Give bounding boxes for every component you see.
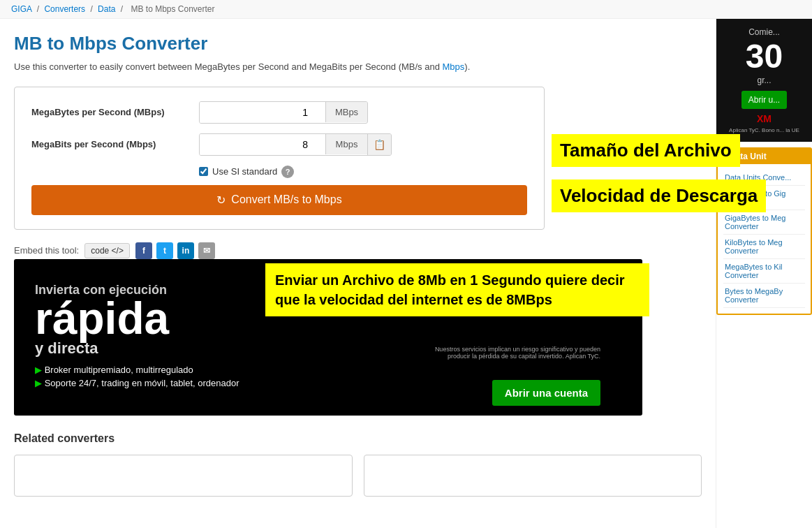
page-title: MB to Mbps Converter xyxy=(14,33,702,54)
si-standard-label[interactable]: Use SI standard xyxy=(212,166,277,177)
sidebar: Comie... 30 gr... Abrir u... XM Aplican … xyxy=(716,19,812,528)
sidebar-link-2[interactable]: GigaBytes to Meg Converter xyxy=(723,210,805,235)
email-icon[interactable]: ✉ xyxy=(198,242,215,259)
breadcrumb-converters[interactable]: Converters xyxy=(44,4,85,14)
field2-input[interactable] xyxy=(200,134,325,155)
breadcrumb-current: MB to Mbps Converter xyxy=(131,4,214,14)
field1-input[interactable] xyxy=(200,102,325,123)
field1-label: MegaBytes per Second (MBps) xyxy=(31,107,199,117)
si-help-icon[interactable]: ? xyxy=(281,166,294,178)
ad-bold-text: rápida xyxy=(35,293,169,344)
field2-label: MegaBits per Second (Mbps) xyxy=(31,139,199,149)
annotation-tag1: Tamaño del Archivo xyxy=(552,134,740,167)
related-section: Related converters xyxy=(14,432,702,497)
mbps-link[interactable]: Mbps xyxy=(443,61,465,72)
field2-row: MegaBits per Second (Mbps) Mbps 📋 xyxy=(31,133,527,156)
data-unit-panel: ≡ Data Unit Data Units Conve... MegaByte… xyxy=(716,147,812,315)
embed-row: Embed this tool: code </> f t in ✉ xyxy=(14,242,702,259)
breadcrumb-data[interactable]: Data xyxy=(98,4,115,14)
field2-unit: Mbps xyxy=(325,134,367,154)
twitter-icon[interactable]: t xyxy=(156,242,173,259)
si-standard-row: Use SI standard ? xyxy=(199,166,527,178)
field1-input-group: MBps xyxy=(199,101,368,124)
related-card-1 xyxy=(14,455,353,497)
field1-unit: MBps xyxy=(325,102,367,122)
ad-disclaimer: Nuestros servicios implican un riesgo si… xyxy=(419,346,600,360)
embed-code-button[interactable]: code </> xyxy=(84,243,130,258)
facebook-icon[interactable]: f xyxy=(135,242,152,259)
related-card-2 xyxy=(364,455,702,497)
sidebar-ad-number: 30 xyxy=(725,37,804,75)
sidebar-ad-cta[interactable]: Abrir u... xyxy=(741,91,787,109)
ad-bullet2: Soporte 24/7, trading en móvil, tablet, … xyxy=(35,378,239,388)
sidebar-ad-come: Comie... xyxy=(725,27,804,37)
sidebar-ad: Comie... 30 gr... Abrir u... XM Aplican … xyxy=(716,19,812,142)
si-standard-checkbox[interactable] xyxy=(199,167,208,176)
ad-cta-button[interactable]: Abrir una cuenta xyxy=(492,387,600,399)
sidebar-ad-disclaimer: Aplican TyC. Bono n... la UE xyxy=(725,127,804,133)
field2-input-group: Mbps 📋 xyxy=(199,133,392,156)
linkedin-icon[interactable]: in xyxy=(177,242,194,259)
field1-row: MegaBytes per Second (MBps) MBps xyxy=(31,101,527,124)
sidebar-link-4[interactable]: MegaBytes to Kil Converter xyxy=(723,259,805,284)
social-icons: f t in ✉ xyxy=(135,242,215,259)
annotation-tag3: Enviar un Archivo de 8Mb en 1 Segundo qu… xyxy=(265,263,649,316)
convert-button-label: Convert MB/s to Mbps xyxy=(231,193,341,206)
converter-box: MegaBytes per Second (MBps) MBps MegaBit… xyxy=(14,87,545,230)
related-cards xyxy=(14,455,702,497)
copy-button[interactable]: 📋 xyxy=(367,134,391,155)
ad-main-text: Invierta con ejecución rápida y directa xyxy=(35,284,239,356)
sidebar-ad-sub: gr... xyxy=(725,75,804,85)
convert-icon: ↻ xyxy=(216,193,226,207)
sidebar-ad-logo: XM xyxy=(725,113,804,124)
annotation-tag2: Velocidad de Descarga xyxy=(552,179,766,212)
page-description: Use this converter to easily convert bet… xyxy=(14,60,702,74)
breadcrumb: GIGA / Converters / Data / MB to Mbps Co… xyxy=(0,0,812,19)
sidebar-link-5[interactable]: Bytes to MegaBy Converter xyxy=(723,284,805,308)
convert-button[interactable]: ↻ Convert MB/s to Mbps xyxy=(31,185,527,215)
sidebar-link-3[interactable]: KiloBytes to Meg Converter xyxy=(723,235,805,259)
related-title: Related converters xyxy=(14,432,702,445)
embed-label: Embed this tool: xyxy=(14,245,79,256)
ad-bullets: Broker multipremiado, multirregulado Sop… xyxy=(35,365,239,388)
breadcrumb-giga[interactable]: GIGA xyxy=(11,4,31,14)
ad-bullet1: Broker multipremiado, multirregulado xyxy=(35,365,239,375)
